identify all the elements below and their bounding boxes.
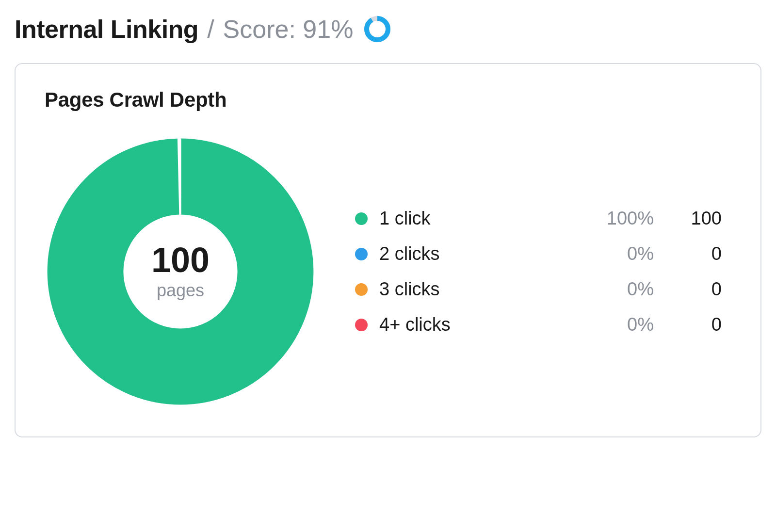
legend-label: 4+ clicks (379, 314, 451, 335)
donut-chart: 100 pages (45, 136, 316, 407)
crawl-depth-card: Pages Crawl Depth 100 pages 1 click100%1… (15, 63, 761, 437)
donut-center: 100 pages (45, 136, 316, 407)
legend-row: 1 click100%100 (355, 208, 722, 229)
chart-area: 100 pages 1 click100%1002 clicks0%03 cli… (45, 136, 731, 407)
card-title: Pages Crawl Depth (45, 88, 731, 112)
legend-label: 1 click (379, 208, 431, 229)
donut-center-value: 100 (151, 242, 210, 277)
legend-dot-icon (355, 212, 368, 225)
chart-legend: 1 click100%1002 clicks0%03 clicks0%04+ c… (355, 208, 731, 335)
page-title: Internal Linking (15, 15, 198, 44)
legend-count: 0 (654, 243, 722, 264)
legend-dot-icon (355, 319, 368, 331)
legend-percent: 0% (586, 279, 654, 300)
legend-count: 0 (654, 279, 722, 300)
legend-row: 3 clicks0%0 (355, 279, 722, 300)
legend-label: 3 clicks (379, 279, 440, 300)
svg-point-1 (367, 18, 388, 40)
legend-row: 4+ clicks0%0 (355, 314, 722, 335)
legend-row: 2 clicks0%0 (355, 243, 722, 264)
page-header: Internal Linking / Score: 91% (15, 15, 761, 44)
score-ring-icon (364, 16, 391, 43)
legend-count: 0 (654, 314, 722, 335)
legend-percent: 100% (586, 208, 654, 229)
legend-label: 2 clicks (379, 243, 440, 264)
legend-count: 100 (654, 208, 722, 229)
score-label: Score: 91% (223, 15, 354, 44)
legend-percent: 0% (586, 314, 654, 335)
legend-dot-icon (355, 248, 368, 260)
legend-dot-icon (355, 283, 368, 296)
score-separator: / (207, 15, 214, 44)
legend-percent: 0% (586, 243, 654, 264)
donut-center-unit: pages (157, 280, 204, 301)
